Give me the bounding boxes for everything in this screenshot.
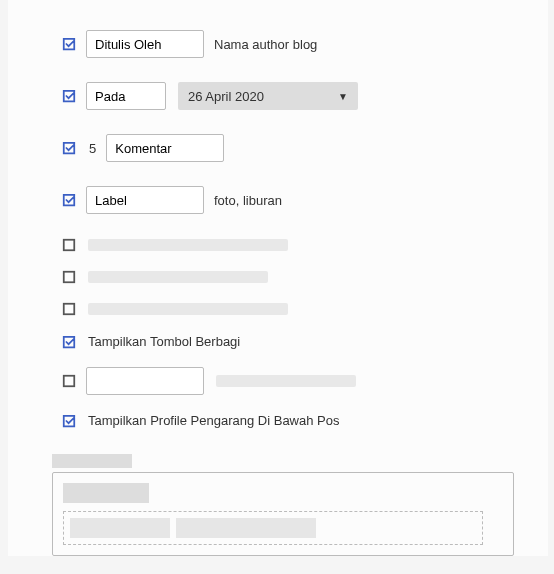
row-date: 26 April 2020 ▼ [8,82,548,134]
input-comments-label[interactable] [106,134,224,162]
row-profile: Tampilkan Profile Pengarang Di Bawah Pos [8,413,548,446]
row-placeholder-3 [8,302,548,334]
input-placeholder[interactable] [86,367,204,395]
dropdown-date-format[interactable]: 26 April 2020 ▼ [178,82,358,110]
row-comments: 5 [8,134,548,186]
svg-rect-0 [64,240,75,251]
tab-placeholder[interactable] [52,454,132,468]
row-placeholder-1 [8,238,548,270]
checkbox-placeholder-input[interactable] [62,374,76,388]
checkbox-date[interactable] [62,89,76,103]
tab-bar [52,454,548,468]
row-share: Tampilkan Tombol Berbagi [8,334,548,367]
placeholder-bar [216,375,356,387]
row-placeholder-input [8,367,548,413]
settings-panel: Nama author blog 26 April 2020 ▼ 5 foto,… [8,0,548,556]
row-label: foto, liburan [8,186,548,238]
comments-count: 5 [89,141,96,156]
checkbox-profile[interactable] [62,414,76,428]
inner-block [63,483,149,503]
profile-label: Tampilkan Profile Pengarang Di Bawah Pos [88,413,339,428]
placeholder-bar [88,239,288,251]
checkbox-label[interactable] [62,193,76,207]
svg-rect-3 [64,376,75,387]
placeholder-bar [88,303,288,315]
row-placeholder-2 [8,270,548,302]
author-preview: Nama author blog [214,37,317,52]
row-author: Nama author blog [8,30,548,82]
checkbox-author[interactable] [62,37,76,51]
svg-rect-1 [64,272,75,283]
share-label: Tampilkan Tombol Berbagi [88,334,240,349]
dropdown-date-value: 26 April 2020 [188,89,264,104]
input-author-label[interactable] [86,30,204,58]
chevron-down-icon: ▼ [338,91,348,102]
checkbox-share[interactable] [62,335,76,349]
placeholder-bar [88,271,268,283]
label-preview: foto, liburan [214,193,282,208]
svg-rect-2 [64,304,75,315]
bottom-section [8,454,548,556]
input-date-label[interactable] [86,82,166,110]
checkbox-placeholder-3[interactable] [62,302,76,316]
checkbox-placeholder-2[interactable] [62,270,76,284]
dashed-inner-1 [70,518,170,538]
checkbox-comments[interactable] [62,141,76,155]
input-label-label[interactable] [86,186,204,214]
content-box [52,472,514,556]
checkbox-placeholder-1[interactable] [62,238,76,252]
dashed-inner-2 [176,518,316,538]
dashed-box [63,511,483,545]
